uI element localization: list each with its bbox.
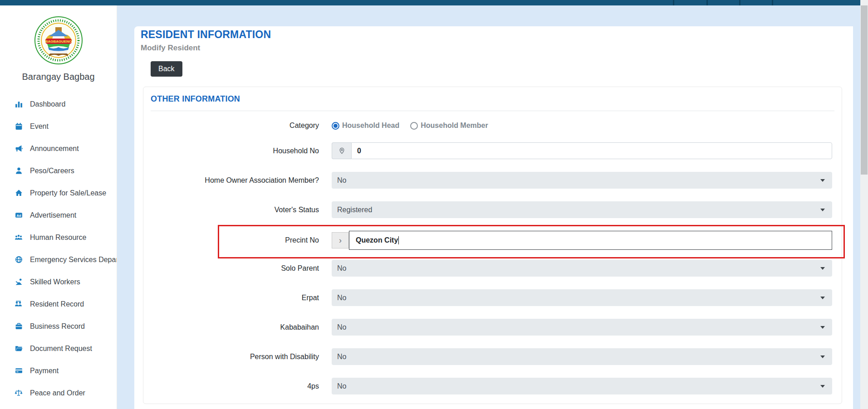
sidebar-nav: Dashboard Event Announcement Peso/Career… [0,93,117,404]
scrollbar-thumb[interactable] [861,5,868,175]
page-header: RESIDENT INFORMATION Modify Resident [134,26,853,53]
household-no-input[interactable] [351,142,832,159]
ad-icon: Ad [14,211,23,219]
form-row-precint-no: Precint No › Quezon City [151,231,834,250]
fourps-select[interactable]: No [332,378,832,394]
globe-icon [14,256,23,263]
sidebar-item-skilled-workers[interactable]: Skilled Workers [0,271,117,293]
card-divider [151,111,834,111]
category-label: Category [151,122,319,130]
sidebar-item-human-resource[interactable]: Human Resource [0,226,117,248]
household-head-radio[interactable] [332,122,339,130]
erpat-select[interactable]: No [332,289,832,306]
kababaihan-label: Kababaihan [151,323,319,331]
hoa-select[interactable]: No [332,172,832,189]
household-no-label: Household No [151,147,319,155]
sidebar-item-label: Dashboard [30,100,65,108]
page-title: RESIDENT INFORMATION [141,29,853,41]
caret-down-icon [820,297,825,299]
card-title: OTHER INFORMATION [151,94,834,104]
sidebar-item-event[interactable]: Event [0,115,117,137]
hoa-label: Home Owner Association Member? [151,176,319,185]
sidebar-item-property[interactable]: Property for Sale/Lease [0,182,117,204]
solo-parent-label: Solo Parent [151,264,319,273]
back-button[interactable]: Back [151,61,182,77]
sidebar-item-label: Event [30,122,49,131]
pwd-select[interactable]: No [332,348,832,365]
form-row-pwd: Person with Disability No [151,348,834,365]
caret-down-icon [820,267,825,270]
pwd-select-value: No [337,353,346,361]
sidebar-item-document-request[interactable]: Document Request [0,337,117,360]
credit-card-icon [14,367,23,375]
barangay-seal-image: BAGBAGUENO [34,15,83,65]
voter-status-select[interactable]: Registered [332,201,832,218]
caret-down-icon [820,326,825,329]
form-row-solo-parent: Solo Parent No [151,260,834,277]
topbar-divider [772,0,773,5]
kababaihan-select-value: No [337,323,346,331]
sidebar-item-label: Advertisement [30,211,76,219]
scales-icon [14,389,23,397]
sidebar-item-peso-careers[interactable]: Peso/Careers [0,160,117,182]
household-member-radio[interactable] [410,122,418,130]
sidebar-item-label: Resident Record [30,300,84,308]
sidebar-item-dashboard[interactable]: Dashboard [0,93,117,115]
sidebar-item-label: Payment [30,367,59,375]
sidebar-item-advertisement[interactable]: Ad Advertisement [0,204,117,226]
sidebar-item-label: Emergency Services Departr [30,256,117,264]
precint-no-input[interactable]: Quezon City [349,231,832,250]
household-member-radio-label[interactable]: Household Member [421,122,488,130]
form-row-hoa: Home Owner Association Member? No [151,172,834,189]
sidebar-item-announcement[interactable]: Announcement [0,137,117,160]
sidebar-item-label: Business Record [30,322,85,331]
topbar-divider [673,0,674,5]
main-content: RESIDENT INFORMATION Modify Resident Bac… [134,26,853,409]
worker-icon [14,278,23,286]
sidebar-item-peace-and-order[interactable]: Peace and Order [0,382,117,404]
svg-text:Ad: Ad [16,214,21,218]
vertical-scrollbar[interactable] [860,0,868,409]
caret-down-icon [820,355,825,358]
precint-no-value: Quezon City [356,236,398,244]
brand-name: Barangay Bagbag [0,72,117,82]
person-icon [14,167,23,175]
sidebar-item-resident-record[interactable]: Resident Record [0,293,117,315]
solo-parent-select-value: No [337,264,346,273]
caret-down-icon [820,179,825,182]
barangay-logo: BAGBAGUENO [0,5,117,67]
sidebar-item-emergency-services[interactable]: Emergency Services Departr [0,248,117,271]
household-head-radio-label[interactable]: Household Head [342,122,399,130]
form-row-erpat: Erpat No [151,289,834,306]
kababaihan-select[interactable]: No [332,319,832,336]
caret-down-icon [820,385,825,388]
precint-no-label: Precint No [151,236,319,244]
text-caret [398,236,399,244]
folder-icon [14,345,23,352]
form-row-kababaihan: Kababaihan No [151,319,834,336]
map-marker-icon [332,142,351,159]
sidebar-item-payment[interactable]: Payment [0,360,117,382]
other-information-card: OTHER INFORMATION Category Household Hea… [143,87,842,404]
solo-parent-select[interactable]: No [332,260,832,277]
calendar-icon [14,122,23,130]
form-row-household-no: Household No [151,142,834,159]
sidebar: BAGBAGUENO Barangay Bagbag Dashboard Eve… [0,5,117,409]
sidebar-item-label: Peace and Order [30,389,85,397]
voter-status-select-value: Registered [337,206,372,214]
other-information-form: Category Household Head Household Member… [151,122,834,394]
users-icon [14,300,23,308]
form-row-4ps: 4ps No [151,378,834,394]
page-subtitle: Modify Resident [141,44,853,53]
people-icon [14,234,23,241]
briefcase-icon [14,322,23,330]
megaphone-icon [14,145,23,152]
sidebar-item-business-record[interactable]: Business Record [0,315,117,337]
sidebar-item-label: Document Request [30,345,92,353]
erpat-select-value: No [337,294,346,302]
svg-text:BAGBAGUENO: BAGBAGUENO [45,39,72,44]
sidebar-item-label: Property for Sale/Lease [30,189,106,197]
house-icon [14,189,23,197]
chevron-right-icon: › [332,232,349,248]
voter-status-label: Voter's Status [151,206,319,214]
